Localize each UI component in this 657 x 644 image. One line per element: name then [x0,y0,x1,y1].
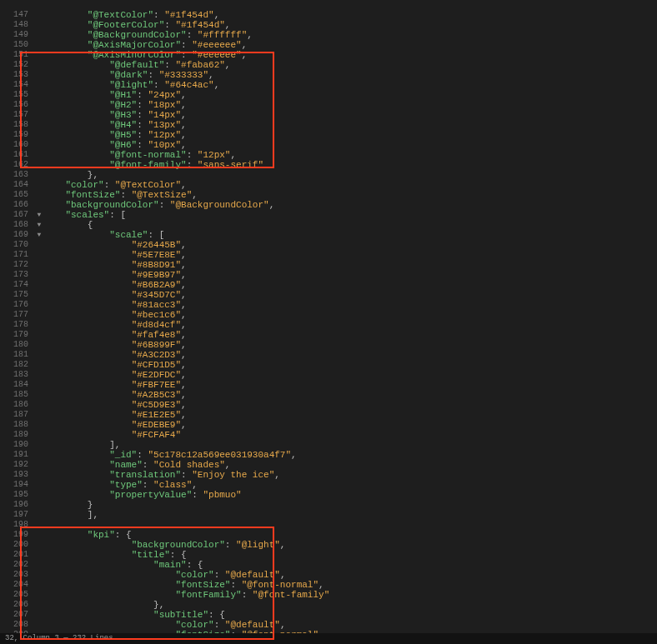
code-line[interactable]: 170 "#26445B", [0,240,657,250]
fold-toggle-icon[interactable]: ▼ [35,220,43,230]
code-content[interactable]: "#C5D9E3", [43,400,657,410]
code-line[interactable]: 176 "#81acc3", [0,300,657,310]
code-line[interactable]: 163 }, [0,170,657,180]
code-line[interactable]: 179 "#faf4e8", [0,330,657,340]
code-content[interactable]: "#B6B2A9", [43,280,657,290]
code-content[interactable]: } [43,500,657,510]
code-content[interactable]: "#81acc3", [43,300,657,310]
code-line[interactable]: 201 "title": { [0,550,657,560]
code-content[interactable]: "#9E9B97", [43,270,657,280]
code-line[interactable]: 155 "@H1": "24px", [0,90,657,100]
code-line[interactable]: 195 "propertyValue": "pbmuo" [0,490,657,500]
code-content[interactable]: "type": "class", [43,480,657,490]
code-line[interactable]: 149 "@BackgroundColor": "#ffffff", [0,30,657,40]
code-line[interactable]: 171 "#5E7E8E", [0,250,657,260]
code-line[interactable]: 161 "@font-normal": "12px", [0,150,657,160]
code-content[interactable]: "backgroundColor": "@BackgroundColor", [43,200,657,210]
code-content[interactable]: "main": { [43,560,657,570]
code-content[interactable]: "name": "Cold shades", [43,460,657,470]
code-line[interactable]: 148 "@FooterColor": "#1f454d", [0,20,657,30]
code-content[interactable]: "color": "@TextColor", [43,180,657,190]
code-line[interactable]: 175 "#345D7C", [0,290,657,300]
code-line[interactable]: 184 "#FBF7EE", [0,380,657,390]
code-content[interactable]: "fontSize": "@TextSize", [43,190,657,200]
code-line[interactable]: 180 "#6B899F", [0,340,657,350]
code-content[interactable]: "scale": [ [43,230,657,240]
code-line[interactable]: 188 "#EDEBE9", [0,420,657,430]
code-content[interactable]: "#d8d4cf", [43,320,657,330]
code-line[interactable]: 172 "#8B8D91", [0,260,657,270]
code-content[interactable]: "@H3": "14px", [43,110,657,120]
code-content[interactable]: "#A2B5C3", [43,390,657,400]
code-content[interactable]: "@H6": "10px", [43,140,657,150]
code-content[interactable]: "_id": "5c178c12a569ee031930a4f7", [43,450,657,460]
code-line[interactable]: 192 "name": "Cold shades", [0,460,657,470]
code-line[interactable]: 159 "@H5": "12px", [0,130,657,140]
code-content[interactable]: "@font-normal": "12px", [43,150,657,160]
code-line[interactable] [0,0,657,10]
code-line[interactable]: 174 "#B6B2A9", [0,280,657,290]
code-line[interactable]: 207 "subTitle": { [0,610,657,620]
code-content[interactable]: "@H2": "18px", [43,100,657,110]
code-content[interactable]: "#345D7C", [43,290,657,300]
code-line[interactable]: 158 "@H4": "13px", [0,120,657,130]
code-line[interactable]: 193 "translation": "Enjoy the ice", [0,470,657,480]
code-content[interactable]: "#FCFAF4" [43,430,657,440]
code-line[interactable]: 160 "@H6": "10px", [0,140,657,150]
code-content[interactable]: "@font-family": "sans-serif" [43,160,657,170]
code-line[interactable]: 153 "@dark": "#333333", [0,70,657,80]
code-content[interactable]: "#26445B", [43,240,657,250]
code-content[interactable]: "#8B8D91", [43,260,657,270]
fold-toggle-icon[interactable]: ▼ [35,210,43,220]
code-line[interactable]: 162 "@font-family": "sans-serif" [0,160,657,170]
code-content[interactable]: "fontFamily": "@font-family" [43,590,657,600]
code-line[interactable]: 167▼ "scales": [ [0,210,657,220]
code-line[interactable]: 198 [0,520,657,530]
code-content[interactable]: "#E1E2E5", [43,410,657,420]
code-content[interactable]: "#6B899F", [43,340,657,350]
code-line[interactable]: 206 }, [0,600,657,610]
code-line[interactable]: 173 "#9E9B97", [0,270,657,280]
code-content[interactable]: "@dark": "#333333", [43,70,657,80]
code-line[interactable]: 208 "color": "@default", [0,620,657,630]
code-content[interactable]: "#CFD1D5", [43,360,657,370]
code-line[interactable]: 150 "@AxisMajorColor": "#eeeeee", [0,40,657,50]
code-content[interactable]: "scales": [ [43,210,657,220]
code-line[interactable]: 189 "#FCFAF4" [0,430,657,440]
code-content[interactable]: "#5E7E8E", [43,250,657,260]
code-content[interactable]: }, [43,170,657,180]
code-content[interactable]: "title": { [43,550,657,560]
code-line[interactable]: 183 "#E2DFDC", [0,370,657,380]
code-content[interactable]: "@TextColor": "#1f454d", [43,10,657,20]
code-content[interactable]: ], [43,510,657,520]
code-content[interactable]: "@H5": "12px", [43,130,657,140]
code-content[interactable]: "color": "@default", [43,570,657,580]
code-line[interactable]: 187 "#E1E2E5", [0,410,657,420]
code-content[interactable]: "@BackgroundColor": "#ffffff", [43,30,657,40]
code-content[interactable]: "@default": "#faba62", [43,60,657,70]
code-line[interactable]: 196 } [0,500,657,510]
code-line[interactable]: 151 "@AxisMinorColor": "#eeeeee", [0,50,657,60]
code-editor[interactable]: 147 "@TextColor": "#1f454d",148 "@Footer… [0,0,657,633]
code-content[interactable]: "translation": "Enjoy the ice", [43,470,657,480]
code-line[interactable]: 204 "fontSize": "@font-normal", [0,580,657,590]
code-content[interactable]: "#faf4e8", [43,330,657,340]
code-line[interactable]: 197 ], [0,510,657,520]
code-line[interactable]: 178 "#d8d4cf", [0,320,657,330]
code-content[interactable]: ], [43,440,657,450]
code-line[interactable]: 154 "@light": "#64c4ac", [0,80,657,90]
code-content[interactable]: "@H1": "24px", [43,90,657,100]
code-line[interactable]: 185 "#A2B5C3", [0,390,657,400]
code-content[interactable]: "subTitle": { [43,610,657,620]
code-content[interactable]: "color": "@default", [43,620,657,630]
code-line[interactable]: 190 ], [0,440,657,450]
code-content[interactable]: "backgroundColor": "@light", [43,540,657,550]
code-line[interactable]: 177 "#bec1c6", [0,310,657,320]
code-content[interactable]: "@AxisMinorColor": "#eeeeee", [43,50,657,60]
code-line[interactable]: 199 "kpi": { [0,530,657,540]
fold-toggle-icon[interactable]: ▼ [35,230,43,240]
code-line[interactable]: 182 "#CFD1D5", [0,360,657,370]
code-content[interactable]: "#E2DFDC", [43,370,657,380]
code-line[interactable]: 181 "#A3C2D3", [0,350,657,360]
code-content[interactable]: "@AxisMajorColor": "#eeeeee", [43,40,657,50]
